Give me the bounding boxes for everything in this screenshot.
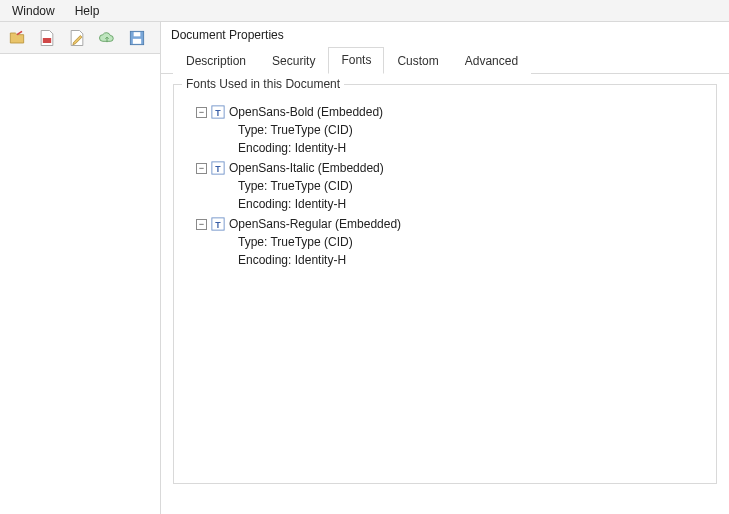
font-type: Type: TrueType (CID) bbox=[238, 233, 706, 251]
truetype-icon: T bbox=[211, 105, 225, 119]
truetype-icon: T bbox=[211, 161, 225, 175]
tree-expander-icon[interactable]: − bbox=[196, 219, 207, 230]
font-node: − T OpenSans-Italic (Embedded) Type: Tru… bbox=[196, 159, 706, 213]
font-node: − T OpenSans-Bold (Embedded) Type: TrueT… bbox=[196, 103, 706, 157]
save-icon[interactable] bbox=[126, 27, 148, 49]
left-empty-pane bbox=[0, 54, 160, 514]
font-encoding: Encoding: Identity-H bbox=[238, 195, 706, 213]
font-name[interactable]: OpenSans-Bold (Embedded) bbox=[229, 103, 383, 121]
svg-text:T: T bbox=[215, 220, 221, 230]
tab-security[interactable]: Security bbox=[259, 48, 328, 74]
font-name[interactable]: OpenSans-Regular (Embedded) bbox=[229, 215, 401, 233]
edit-icon[interactable] bbox=[66, 27, 88, 49]
font-encoding: Encoding: Identity-H bbox=[238, 251, 706, 269]
tab-advanced[interactable]: Advanced bbox=[452, 48, 531, 74]
tree-expander-icon[interactable]: − bbox=[196, 107, 207, 118]
tabs: Description Security Fonts Custom Advanc… bbox=[161, 46, 729, 74]
svg-rect-2 bbox=[134, 32, 141, 36]
fonts-groupbox: Fonts Used in this Document − T OpenSans… bbox=[173, 84, 717, 484]
pdf-file-icon[interactable] bbox=[36, 27, 58, 49]
tab-fonts[interactable]: Fonts bbox=[328, 47, 384, 74]
svg-rect-3 bbox=[133, 38, 141, 43]
menu-window[interactable]: Window bbox=[8, 4, 59, 18]
document-properties-panel: Document Properties Description Security… bbox=[160, 22, 729, 514]
tab-custom[interactable]: Custom bbox=[384, 48, 451, 74]
font-type: Type: TrueType (CID) bbox=[238, 177, 706, 195]
cloud-upload-icon[interactable] bbox=[96, 27, 118, 49]
menubar: Window Help bbox=[0, 0, 729, 22]
menu-help[interactable]: Help bbox=[71, 4, 104, 18]
font-name[interactable]: OpenSans-Italic (Embedded) bbox=[229, 159, 384, 177]
tree-expander-icon[interactable]: − bbox=[196, 163, 207, 174]
font-encoding: Encoding: Identity-H bbox=[238, 139, 706, 157]
font-type: Type: TrueType (CID) bbox=[238, 121, 706, 139]
svg-rect-0 bbox=[43, 38, 51, 43]
tab-description[interactable]: Description bbox=[173, 48, 259, 74]
truetype-icon: T bbox=[211, 217, 225, 231]
groupbox-label: Fonts Used in this Document bbox=[182, 77, 344, 91]
dialog-title: Document Properties bbox=[161, 22, 729, 46]
open-file-icon[interactable] bbox=[6, 27, 28, 49]
fonts-tree: − T OpenSans-Bold (Embedded) Type: TrueT… bbox=[174, 85, 716, 281]
svg-text:T: T bbox=[215, 164, 221, 174]
svg-text:T: T bbox=[215, 108, 221, 118]
font-node: − T OpenSans-Regular (Embedded) Type: Tr… bbox=[196, 215, 706, 269]
